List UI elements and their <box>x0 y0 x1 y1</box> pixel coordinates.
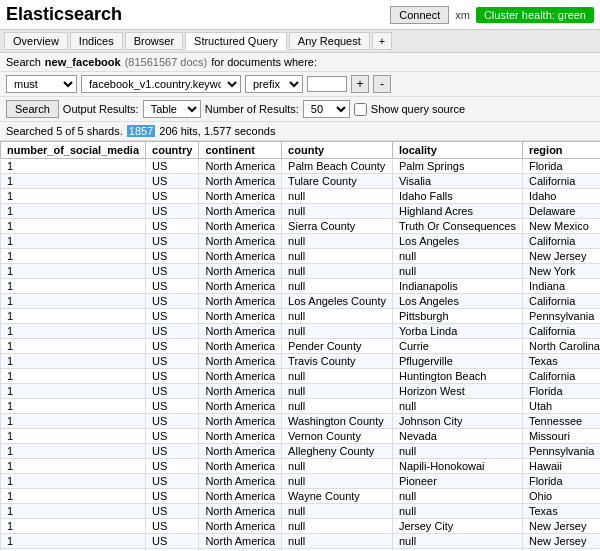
table-cell: Horizon West <box>392 384 522 399</box>
table-cell: New Mexico <box>522 219 600 234</box>
tab-overview[interactable]: Overview <box>4 32 68 50</box>
table-row: 1USNorth AmericanullnullNew York <box>1 264 601 279</box>
search-docs: (81561567 docs) <box>125 56 208 68</box>
table-cell: North America <box>199 264 282 279</box>
table-cell: null <box>392 489 522 504</box>
table-row: 1USNorth AmericanullnullNew Jersey <box>1 249 601 264</box>
table-row: 1USNorth AmericaWayne CountynullOhio <box>1 489 601 504</box>
col-locality: locality <box>392 142 522 159</box>
table-cell: US <box>146 444 199 459</box>
table-row: 1USNorth AmericaAllegheny CountynullPenn… <box>1 444 601 459</box>
table-cell: Allegheny County <box>282 444 393 459</box>
field-select[interactable]: facebook_v1.country.keyword <box>81 75 241 93</box>
tab-indices[interactable]: Indices <box>70 32 123 50</box>
table-cell: US <box>146 249 199 264</box>
results-table-container: number_of_social_media country continent… <box>0 141 600 551</box>
table-cell: 1 <box>1 444 146 459</box>
table-cell: North America <box>199 189 282 204</box>
table-row: 1USNorth AmericanullPittsburghPennsylvan… <box>1 309 601 324</box>
table-cell: 1 <box>1 519 146 534</box>
table-cell: US <box>146 459 199 474</box>
add-tab-button[interactable]: + <box>372 32 392 50</box>
table-row: 1USNorth AmericanullNapili-HonokowaiHawa… <box>1 459 601 474</box>
table-cell: Florida <box>522 474 600 489</box>
table-cell: Palm Beach County <box>282 159 393 174</box>
table-cell: Ohio <box>522 489 600 504</box>
table-row: 1USNorth AmericaLos Angeles CountyLos An… <box>1 294 601 309</box>
count-select[interactable]: 50 100 200 <box>303 100 350 118</box>
table-cell: Missouri <box>522 429 600 444</box>
table-cell: North America <box>199 399 282 414</box>
table-cell: North America <box>199 354 282 369</box>
cluster-health-badge: Cluster health: green <box>476 7 594 23</box>
table-cell: North America <box>199 384 282 399</box>
tab-any-request[interactable]: Any Request <box>289 32 370 50</box>
table-cell: US <box>146 174 199 189</box>
table-cell: 1 <box>1 474 146 489</box>
col-number-of-social-media: number_of_social_media <box>1 142 146 159</box>
table-cell: null <box>282 204 393 219</box>
operator-select[interactable]: prefix term match <box>245 75 303 93</box>
search-index: new_facebook <box>45 56 121 68</box>
table-cell: 1 <box>1 159 146 174</box>
table-cell: null <box>282 249 393 264</box>
table-cell: US <box>146 339 199 354</box>
table-cell: null <box>282 399 393 414</box>
table-cell: null <box>392 264 522 279</box>
table-row: 1USNorth AmericanullYorba LindaCaliforni… <box>1 324 601 339</box>
table-row: 1USNorth AmericaPalm Beach CountyPalm Sp… <box>1 159 601 174</box>
value-input[interactable]: US <box>307 76 347 92</box>
search-button[interactable]: Search <box>6 100 59 118</box>
remove-filter-button[interactable]: - <box>373 75 391 93</box>
table-cell: Jersey City <box>392 519 522 534</box>
table-cell: Currie <box>392 339 522 354</box>
table-cell: 1 <box>1 219 146 234</box>
table-cell: North America <box>199 504 282 519</box>
table-cell: Idaho Falls <box>392 189 522 204</box>
table-cell: US <box>146 159 199 174</box>
table-cell: 1 <box>1 294 146 309</box>
table-cell: 1 <box>1 414 146 429</box>
table-cell: North America <box>199 324 282 339</box>
table-cell: null <box>282 189 393 204</box>
table-cell: null <box>392 249 522 264</box>
table-row: 1USNorth AmericanullnullUtah <box>1 399 601 414</box>
table-cell: North America <box>199 369 282 384</box>
table-cell: New Jersey <box>522 519 600 534</box>
results-text: Searched 5 of 5 shards. <box>6 125 123 137</box>
show-query-label: Show query source <box>371 103 465 115</box>
col-region: region <box>522 142 600 159</box>
table-cell: Palm Springs <box>392 159 522 174</box>
table-cell: 1 <box>1 264 146 279</box>
table-cell: 1 <box>1 204 146 219</box>
results-table: number_of_social_media country continent… <box>0 141 600 551</box>
must-select[interactable]: must must not should <box>6 75 77 93</box>
table-cell: US <box>146 264 199 279</box>
table-cell: US <box>146 489 199 504</box>
table-cell: null <box>282 234 393 249</box>
table-cell: 1 <box>1 459 146 474</box>
add-filter-button[interactable]: + <box>351 75 369 93</box>
search-label: Search <box>6 56 41 68</box>
table-cell: US <box>146 219 199 234</box>
tab-browser[interactable]: Browser <box>125 32 183 50</box>
table-cell: US <box>146 234 199 249</box>
table-cell: Pioneer <box>392 474 522 489</box>
table-cell: 1 <box>1 279 146 294</box>
table-cell: US <box>146 354 199 369</box>
filter-row: must must not should facebook_v1.country… <box>0 72 600 97</box>
show-query-checkbox[interactable] <box>354 103 367 116</box>
tab-structured-query[interactable]: Structured Query <box>185 32 287 50</box>
table-cell: null <box>282 534 393 549</box>
connect-button[interactable]: Connect <box>390 6 449 24</box>
table-row: 1USNorth AmericanullnullNew Jersey <box>1 534 601 549</box>
table-row: 1USNorth AmericanullIndianapolisIndiana <box>1 279 601 294</box>
table-cell: Sierra County <box>282 219 393 234</box>
table-cell: New Jersey <box>522 249 600 264</box>
app-header: Elasticsearch Connect xm Cluster health:… <box>0 0 600 30</box>
table-cell: Visalia <box>392 174 522 189</box>
table-cell: Johnson City <box>392 414 522 429</box>
view-select[interactable]: Table JSON <box>143 100 201 118</box>
table-cell: US <box>146 474 199 489</box>
table-cell: null <box>282 279 393 294</box>
